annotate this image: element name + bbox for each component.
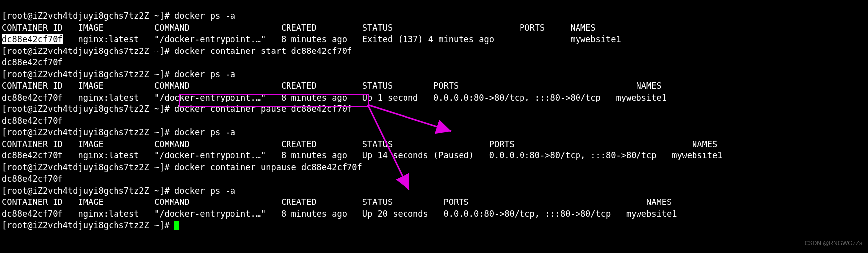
col-image: IMAGE [78, 23, 104, 33]
col-created: CREATED [281, 81, 317, 91]
output-pause-id: dc88e42cf70f [2, 116, 63, 126]
val-container-id: dc88e42cf70f [2, 151, 63, 160]
prompt-host: root@iZ2vch4tdjuyi8gchs7tz2Z [7, 46, 149, 56]
container-id-selected[interactable]: dc88e42cf70f [2, 34, 63, 44]
col-names: NAMES [646, 197, 672, 207]
val-name: mywebsite1 [570, 34, 621, 44]
col-command: COMMAND [154, 81, 190, 91]
cmd-docker-ps-1: docker ps -a [174, 11, 235, 21]
watermark-label: CSDN @RNGWGzZs [805, 238, 862, 250]
col-created: CREATED [281, 197, 317, 207]
val-container-id: dc88e42cf70f [2, 209, 63, 219]
val-command: "/docker-entrypoint.…" [154, 209, 266, 219]
terminal-output[interactable]: [root@iZ2vch4tdjuyi8gchs7tz2Z ~]# docker… [0, 8, 868, 234]
prompt-cwd: ~ [154, 162, 159, 172]
cmd-docker-pause: docker container pause dc88e42cf70f [174, 104, 352, 114]
col-image: IMAGE [78, 139, 104, 149]
col-status: STATUS [362, 197, 393, 207]
prompt-host: root@iZ2vch4tdjuyi8gchs7tz2Z [7, 186, 149, 196]
col-status: STATUS [362, 139, 393, 149]
prompt-cwd: ~ [154, 11, 159, 21]
prompt-host: root@iZ2vch4tdjuyi8gchs7tz2Z [7, 104, 149, 114]
col-names: NAMES [637, 81, 662, 91]
val-created: 8 minutes ago [281, 209, 347, 219]
val-image: nginx:latest [78, 209, 139, 219]
val-ports: 0.0.0.0:80->80/tcp, :::80->80/tcp [444, 209, 611, 219]
val-name: mywebsite1 [626, 209, 677, 219]
prompt-host: root@iZ2vch4tdjuyi8gchs7tz2Z [7, 11, 149, 21]
col-id: CONTAINER ID [2, 197, 63, 207]
val-image: nginx:latest [78, 151, 139, 160]
val-name: mywebsite1 [616, 93, 667, 102]
col-created: CREATED [281, 139, 317, 149]
cmd-docker-unpause: docker container unpause dc88e42cf70f [174, 162, 362, 172]
col-status: STATUS [362, 23, 393, 33]
cmd-docker-ps-3: docker ps -a [174, 127, 235, 137]
output-start-id: dc88e42cf70f [2, 57, 63, 67]
val-created: 8 minutes ago [281, 34, 347, 44]
val-status-up1: Up 1 second [362, 93, 418, 102]
cmd-docker-ps-2: docker ps -a [174, 69, 235, 79]
col-id: CONTAINER ID [2, 81, 63, 91]
prompt-cwd: ~ [154, 46, 159, 56]
col-id: CONTAINER ID [2, 139, 63, 149]
col-image: IMAGE [78, 81, 104, 91]
output-unpause-id: dc88e42cf70f [2, 174, 63, 184]
val-command: "/docker-entrypoint.…" [154, 34, 266, 44]
prompt-host: root@iZ2vch4tdjuyi8gchs7tz2Z [7, 69, 149, 79]
prompt-host: root@iZ2vch4tdjuyi8gchs7tz2Z [7, 127, 149, 137]
val-image: nginx:latest [78, 93, 139, 102]
col-status: STATUS [362, 81, 393, 91]
prompt-cwd: ~ [154, 69, 159, 79]
col-names: NAMES [570, 23, 595, 33]
col-created: CREATED [281, 23, 317, 33]
val-created: 8 minutes ago [281, 151, 347, 160]
col-ports: PORTS [444, 197, 469, 207]
col-command: COMMAND [154, 139, 190, 149]
val-status-up14p: Up 14 seconds (Paused) [362, 151, 474, 160]
val-created: 8 minutes ago [281, 93, 347, 102]
col-ports: PORTS [520, 23, 545, 33]
val-name: mywebsite1 [672, 151, 722, 160]
prompt-cwd: ~ [154, 127, 159, 137]
prompt-cwd: ~ [154, 104, 159, 114]
col-command: COMMAND [154, 23, 190, 33]
prompt-host: root@iZ2vch4tdjuyi8gchs7tz2Z [7, 162, 149, 172]
val-ports: 0.0.0.0:80->80/tcp, :::80->80/tcp [489, 151, 657, 160]
val-command: "/docker-entrypoint.…" [154, 151, 266, 160]
val-status-exited: Exited (137) 4 minutes ago [362, 34, 494, 44]
val-command: "/docker-entrypoint.…" [154, 93, 266, 102]
val-status-up20: Up 20 seconds [362, 209, 428, 219]
cmd-docker-start: docker container start dc88e42cf70f [174, 46, 352, 56]
prompt-cwd: ~ [154, 186, 159, 196]
col-ports: PORTS [433, 81, 459, 91]
col-ports: PORTS [489, 139, 515, 149]
col-names: NAMES [692, 139, 717, 149]
col-image: IMAGE [78, 197, 104, 207]
col-command: COMMAND [154, 197, 190, 207]
cmd-docker-ps-4: docker ps -a [174, 186, 235, 196]
col-id: CONTAINER ID [2, 23, 63, 33]
val-container-id: dc88e42cf70f [2, 93, 63, 102]
val-ports: 0.0.0.0:80->80/tcp, :::80->80/tcp [433, 93, 601, 102]
cursor-icon [174, 221, 179, 230]
val-image: nginx:latest [78, 34, 139, 44]
prompt-host: root@iZ2vch4tdjuyi8gchs7tz2Z [7, 220, 149, 230]
prompt-cwd: ~ [154, 220, 159, 230]
